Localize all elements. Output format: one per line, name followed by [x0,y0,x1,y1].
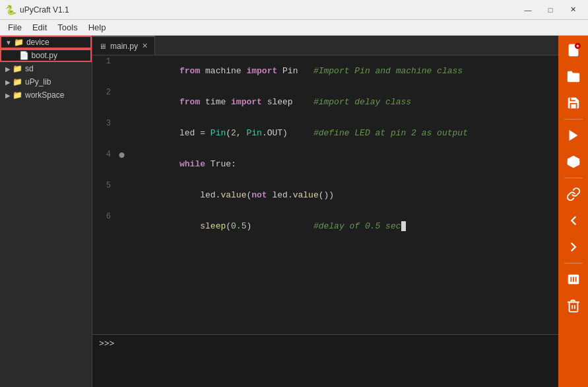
forward-button[interactable] [562,235,585,259]
save-file-button[interactable] [562,91,585,115]
line-content-2: from time import sleep #import delay cla… [128,87,411,117]
delete-button[interactable] [562,294,585,318]
right-toolbar: STOP [558,36,588,387]
content-area: 🖥 main.py ✕ 1 from machine import Pin #I… [92,36,558,387]
tab-label: main.py [110,42,138,51]
sidebar-label-workspace: workSpace [25,90,64,100]
sidebar-item-workspace[interactable]: ▶ 📁 workSpace [0,88,92,102]
line-content-1: from machine import Pin #Import Pin and … [128,56,463,86]
folder-icon-ws: 📁 [13,90,22,100]
app-title: uPyCraft V1.1 [20,5,518,15]
spacer [13,52,17,59]
code-line-2: 2 from time import sleep #import delay c… [92,87,558,118]
stop-button[interactable]: STOP [562,150,585,174]
arrow-icon-sd: ▶ [5,65,11,73]
close-button[interactable]: ✕ [563,3,583,17]
line-num-5: 5 [92,181,119,190]
sidebar-item-bootpy[interactable]: 📄 boot.py [0,49,92,62]
app-icon: 🐍 [5,5,16,15]
menu-file[interactable]: File [3,21,27,34]
title-bar: 🐍 uPyCraft V1.1 — □ ✕ [0,0,588,20]
line-num-6: 6 [92,212,119,221]
sidebar-item-device[interactable]: ▼ 📁 device [0,36,92,49]
line-num-2: 2 [92,88,119,97]
open-file-button[interactable] [562,65,585,88]
sidebar-label-bootpy: boot.py [32,51,57,60]
repl-prompt: >>> [99,339,114,349]
line-content-3: led = Pin(2, Pin.OUT) #define LED at pin… [128,118,468,148]
code-line-3: 3 led = Pin(2, Pin.OUT) #define LED at p… [92,118,558,149]
connect-icon [566,187,581,201]
line-content-6: sleep(0.5) #delay of 0.5 sec [128,211,406,241]
folder-icon: 📁 [14,38,24,47]
sidebar-item-sd[interactable]: ▶ 📁 sd [0,62,92,75]
save-icon [566,96,581,110]
arrow-icon-ws: ▶ [5,92,11,99]
window-controls: — □ ✕ [518,3,583,17]
tab-bar: 🖥 main.py ✕ [92,36,558,55]
file-icon: 📄 [19,51,29,60]
toolbar-divider-3 [564,263,583,264]
sidebar: ▼ 📁 device 📄 boot.py ▶ 📁 sd ▶ 📁 uPy_lib … [0,36,92,387]
tab-mainpy[interactable]: 🖥 main.py ✕ [92,36,155,55]
toolbar-divider-1 [564,119,583,120]
folder-icon-sd: 📁 [13,64,22,73]
sidebar-label-device: device [26,38,49,47]
maximize-button[interactable]: □ [540,3,560,17]
line-arrow-2 [119,88,128,96]
svg-text:STOP: STOP [567,160,580,166]
line-num-1: 1 [92,57,119,66]
folder-icon-lib: 📁 [13,77,22,87]
flash-icon [566,272,581,287]
tab-close-button[interactable]: ✕ [142,42,148,50]
code-line-1: 1 from machine import Pin #Import Pin an… [92,55,558,87]
menu-tools[interactable]: Tools [52,21,82,34]
code-line-6: 6 sleep(0.5) #delay of 0.5 sec [92,211,558,242]
sidebar-label-upylib: uPy_lib [25,77,51,87]
connect-button[interactable] [562,182,585,206]
line-arrow-1 [119,57,128,65]
toolbar-divider-2 [564,178,583,178]
minimize-button[interactable]: — [518,3,538,17]
main-layout: ▼ 📁 device 📄 boot.py ▶ 📁 sd ▶ 📁 uPy_lib … [0,36,588,387]
arrow-icon-lib: ▶ [5,79,11,86]
open-file-icon [566,69,581,84]
repl-area[interactable]: >>> [92,334,558,387]
code-editor[interactable]: 1 from machine import Pin #Import Pin an… [92,55,558,334]
line-arrow-4: ⬤ [119,152,128,158]
new-file-button[interactable] [562,38,585,62]
flash-button[interactable] [562,267,585,291]
sidebar-item-upylib[interactable]: ▶ 📁 uPy_lib [0,75,92,88]
svg-marker-5 [569,130,577,141]
line-num-4: 4 [92,150,119,159]
line-arrow-6 [119,213,128,221]
line-arrow-3 [119,120,128,127]
new-file-icon [566,43,581,57]
arrow-icon: ▼ [5,39,12,46]
sidebar-label-sd: sd [25,64,34,73]
run-icon [566,128,581,143]
line-arrow-5 [119,182,128,190]
line-content-5: led.value(not led.value()) [128,180,334,210]
menu-help[interactable]: Help [83,21,112,34]
run-button[interactable] [562,123,585,147]
menu-edit[interactable]: Edit [27,21,52,34]
back-button[interactable] [562,209,585,232]
menu-bar: File Edit Tools Help [0,20,588,36]
line-num-3: 3 [92,119,119,128]
tab-file-icon: 🖥 [99,42,106,50]
code-line-4: 4 ⬤ while True: [92,149,558,180]
line-content-4: while True: [128,149,236,179]
forward-icon [566,240,581,254]
delete-icon [566,299,581,313]
stop-icon: STOP [566,155,581,169]
code-line-5: 5 led.value(not led.value()) [92,180,558,211]
back-icon [566,213,581,228]
